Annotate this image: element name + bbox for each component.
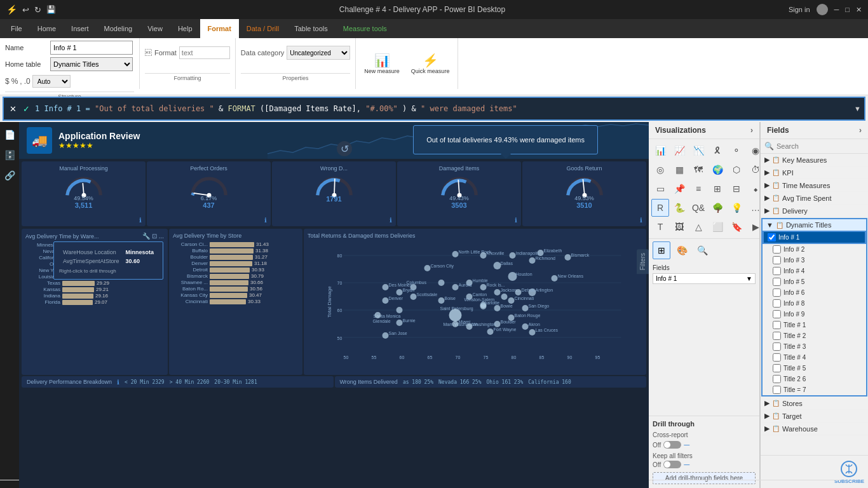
field-info-4-checkbox[interactable] — [773, 267, 781, 275]
viz-icon-donut[interactable]: ◎ — [651, 161, 669, 179]
group-kpi-header[interactable]: ▶ 📋 KPI — [761, 166, 868, 179]
field-info-9[interactable]: Info # 9 — [763, 309, 866, 320]
viz-field-wells-btn[interactable]: ⊞ — [653, 241, 670, 259]
viz-icon-textbox[interactable]: T — [651, 218, 669, 236]
group-key-measures-header[interactable]: ▶ 📋 Key Measures — [761, 154, 868, 166]
formula-expand-btn[interactable]: ▼ — [854, 105, 861, 112]
group-delivery-header[interactable]: ▶ 📋 Delivery — [761, 205, 868, 217]
tab-table-tools[interactable]: Table tools — [287, 19, 336, 38]
viz-icon-treemap[interactable]: ▦ — [670, 161, 688, 179]
viz-icon-map[interactable]: 🗺 — [689, 161, 707, 179]
formula-cancel-btn[interactable]: ✕ — [7, 104, 18, 114]
viz-icon-area[interactable]: 📉 — [689, 142, 707, 159]
field-info-8-checkbox[interactable] — [773, 299, 781, 308]
field-info-5[interactable]: Info # 5 — [763, 276, 866, 287]
field-title-3-checkbox[interactable] — [773, 342, 781, 351]
minimize-btn[interactable]: ─ — [834, 6, 839, 13]
tab-view[interactable]: View — [140, 19, 170, 38]
save-icon[interactable]: 💾 — [46, 5, 56, 14]
perf-info[interactable]: ℹ — [117, 379, 119, 386]
tab-data-drill[interactable]: Data / Drill — [239, 19, 287, 38]
fields-expand-icon[interactable]: › — [859, 126, 862, 135]
field-title-5-checkbox[interactable] — [773, 364, 781, 372]
tab-format[interactable]: Format — [200, 19, 239, 38]
field-info-5-checkbox[interactable] — [773, 278, 781, 286]
tab-home[interactable]: Home — [30, 19, 64, 38]
field-info-2-checkbox[interactable] — [773, 245, 781, 254]
signin-text[interactable]: Sign in — [789, 6, 810, 13]
viz-icon-bar[interactable]: 📊 — [651, 142, 669, 159]
field-info-9-checkbox[interactable] — [773, 310, 781, 318]
viz-icon-smart[interactable]: 💡 — [728, 199, 745, 217]
kpi-perfect-info[interactable]: ℹ — [264, 217, 267, 224]
field-info-8[interactable]: Info # 8 — [763, 298, 866, 309]
field-info-6-checkbox[interactable] — [773, 288, 781, 297]
viz-icon-funnel[interactable]: ⬡ — [728, 161, 745, 179]
viz-icon-button[interactable]: ⬜ — [709, 218, 726, 236]
filters-tab[interactable]: Filters — [637, 249, 649, 274]
viz-icon-python[interactable]: 🐍 — [670, 199, 688, 217]
dollar-icon[interactable]: $ — [5, 77, 10, 86]
viz-icon-card[interactable]: ▭ — [651, 180, 669, 198]
viz-icon-image[interactable]: 🖼 — [670, 218, 688, 236]
home-table-select[interactable]: Dynamic Titles — [50, 57, 133, 71]
undo-btn[interactable]: ↩ — [22, 5, 29, 15]
viz-icon-slicer[interactable]: ≡ — [689, 180, 707, 198]
chart-focus-icon[interactable]: ⊡ — [152, 233, 157, 240]
field-title-4-checkbox[interactable] — [773, 353, 781, 362]
formula-confirm-btn[interactable]: ✓ — [20, 104, 32, 114]
group-time-header[interactable]: ▶ 📋 Time Measures — [761, 179, 868, 191]
viz-expand-icon[interactable]: › — [750, 126, 753, 135]
tab-measure-tools[interactable]: Measure tools — [336, 19, 395, 38]
nav-data-icon[interactable]: 🗄️ — [2, 147, 17, 163]
new-measure-btn[interactable]: 📊 New measure — [361, 51, 403, 76]
viz-icon-kpi[interactable]: 📌 — [670, 180, 688, 198]
field-expand-icon[interactable]: ▼ — [746, 275, 752, 282]
maximize-btn[interactable]: □ — [845, 6, 850, 13]
field-title-2-checkbox[interactable] — [773, 332, 781, 340]
viz-icon-table[interactable]: ⊞ — [709, 180, 726, 198]
viz-icon-bookmark[interactable]: 🔖 — [728, 218, 745, 236]
format-input[interactable] — [179, 46, 230, 59]
close-btn[interactable]: ✕ — [856, 6, 862, 14]
viz-icon-decomp[interactable]: 🌳 — [709, 199, 726, 217]
field-title-1-checkbox[interactable] — [773, 321, 781, 329]
group-warehouse-header[interactable]: ▶ 📋 Warehouse — [761, 423, 868, 435]
tab-help[interactable]: Help — [170, 19, 200, 38]
field-title-1[interactable]: Title # 1 — [763, 320, 866, 330]
tab-file[interactable]: File — [3, 19, 30, 38]
group-target-header[interactable]: ▶ 📋 Target — [761, 410, 868, 422]
nav-model-icon[interactable]: 🔗 — [2, 168, 17, 183]
field-title-26-checkbox[interactable] — [773, 375, 781, 383]
field-info-3-checkbox[interactable] — [773, 256, 781, 264]
data-cat-select[interactable]: Uncategorized — [287, 46, 350, 60]
field-title-e7[interactable]: Title = 7 — [763, 384, 866, 395]
number-format-select[interactable]: Auto — [32, 75, 71, 88]
viz-icon-filled-map[interactable]: 🌍 — [709, 161, 726, 179]
field-title-4[interactable]: Title # 4 — [763, 352, 866, 363]
percent-icon[interactable]: % — [11, 77, 18, 86]
kpi-wrong-info[interactable]: ℹ — [390, 217, 392, 224]
fields-search-input[interactable] — [776, 142, 864, 150]
canvas-undo-btn[interactable]: ↺ — [337, 141, 352, 156]
decimal-icon[interactable]: .0 — [24, 77, 31, 86]
field-info-1[interactable]: Info # 1 — [763, 231, 866, 244]
quick-measure-btn[interactable]: ⚡ Quick measure — [408, 51, 453, 76]
field-info-3[interactable]: Info # 3 — [763, 255, 866, 266]
comma-icon[interactable]: , — [20, 77, 22, 86]
field-info-6[interactable]: Info # 6 — [763, 287, 866, 298]
viz-analytics-btn[interactable]: 🔍 — [693, 241, 711, 259]
viz-icon-ribbon[interactable]: 🎗 — [709, 142, 726, 159]
field-title-3[interactable]: Title # 3 — [763, 341, 866, 352]
viz-icon-line[interactable]: 📈 — [670, 142, 688, 159]
viz-icon-r[interactable]: R — [651, 199, 669, 217]
group-stores-header[interactable]: ▶ 📋 Stores — [761, 397, 868, 409]
formula-content[interactable]: 1 Info # 1 = "Out of total deliveries " … — [35, 104, 851, 113]
field-title-2[interactable]: Title # 2 — [763, 330, 866, 341]
kpi-goods-info[interactable]: ℹ — [640, 217, 642, 224]
field-info-1-checkbox[interactable] — [768, 233, 776, 241]
viz-icon-scatter[interactable]: ⚬ — [728, 142, 745, 159]
field-title-26[interactable]: Title 2 6 — [763, 374, 866, 384]
nav-report-icon[interactable]: 📄 — [2, 127, 17, 142]
viz-icon-matrix[interactable]: ⊟ — [728, 180, 745, 198]
